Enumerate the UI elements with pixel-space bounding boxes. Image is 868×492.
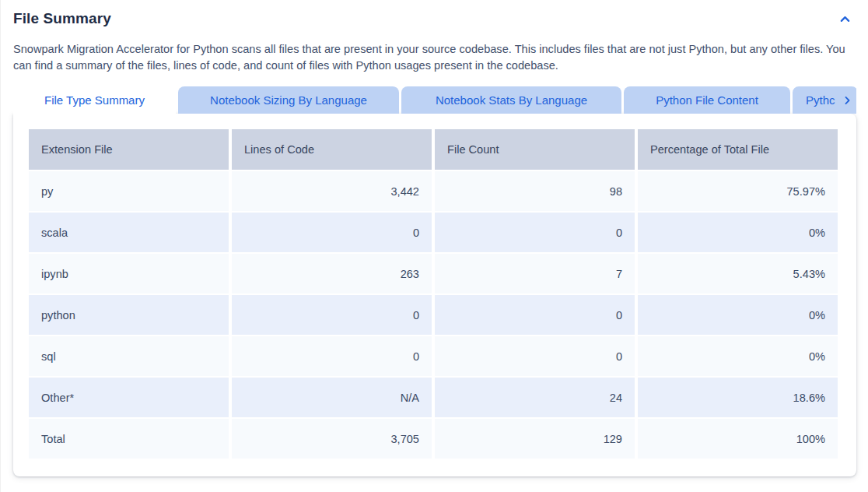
tab-file-type-summary[interactable]: File Type Summary — [13, 86, 176, 114]
cell-extension: Total — [29, 419, 229, 459]
cell-file-count: 0 — [435, 295, 635, 335]
cell-extension: py — [29, 171, 229, 211]
chevron-up-icon — [839, 13, 851, 25]
cell-lines-of-code: 0 — [232, 336, 432, 376]
tab-python-file-content[interactable]: Python File Content — [624, 86, 790, 114]
cell-percentage: 100% — [638, 419, 838, 459]
cell-file-count: 129 — [435, 419, 635, 459]
page-title: File Summary — [13, 10, 111, 27]
collapse-section-button[interactable] — [835, 9, 854, 28]
cell-extension: python — [29, 295, 229, 335]
cell-file-count: 0 — [435, 213, 635, 252]
section-description: Snowpark Migration Accelerator for Pytho… — [13, 41, 856, 74]
cell-percentage: 5.43% — [638, 254, 838, 293]
section-header: File Summary — [13, 8, 856, 28]
cell-lines-of-code: 3,705 — [232, 419, 432, 459]
cell-lines-of-code: 263 — [232, 254, 432, 293]
cell-percentage: 0% — [638, 295, 838, 335]
cell-lines-of-code: 0 — [232, 295, 432, 335]
cell-percentage: 0% — [638, 213, 838, 252]
file-type-summary-table: Extension File Lines of Code File Count … — [29, 129, 838, 459]
tab-python-truncated-label: Pythc — [806, 93, 835, 107]
column-header-percentage: Percentage of Total File — [638, 129, 838, 170]
cell-lines-of-code: 0 — [232, 213, 432, 252]
file-summary-section: File Summary Snowpark Migration Accelera… — [1, 0, 868, 114]
cell-extension: ipynb — [29, 254, 229, 293]
tab-python-truncated[interactable]: Pythc — [793, 86, 856, 114]
cell-percentage: 75.97% — [638, 171, 838, 211]
cell-extension: scala — [29, 213, 229, 252]
cell-file-count: 0 — [435, 336, 635, 376]
column-header-file-count: File Count — [435, 129, 635, 170]
tab-notebook-sizing-by-language[interactable]: Notebook Sizing By Language — [178, 86, 399, 114]
cell-lines-of-code: 3,442 — [232, 171, 432, 211]
cell-percentage: 0% — [638, 336, 838, 376]
cell-file-count: 98 — [435, 171, 635, 211]
column-header-lines-of-code: Lines of Code — [232, 129, 432, 170]
chevron-right-icon[interactable] — [842, 95, 852, 105]
cell-file-count: 7 — [435, 254, 635, 293]
file-type-summary-panel: Extension File Lines of Code File Count … — [13, 114, 856, 476]
tab-notebook-stats-by-language[interactable]: Notebook Stats By Language — [401, 86, 621, 114]
cell-extension: sql — [29, 336, 229, 376]
cell-percentage: 18.6% — [638, 378, 838, 417]
cell-extension: Other* — [29, 378, 229, 417]
cell-lines-of-code: N/A — [232, 378, 432, 417]
tab-bar: File Type Summary Notebook Sizing By Lan… — [13, 86, 856, 114]
column-header-extension-file: Extension File — [29, 129, 229, 170]
cell-file-count: 24 — [435, 378, 635, 417]
